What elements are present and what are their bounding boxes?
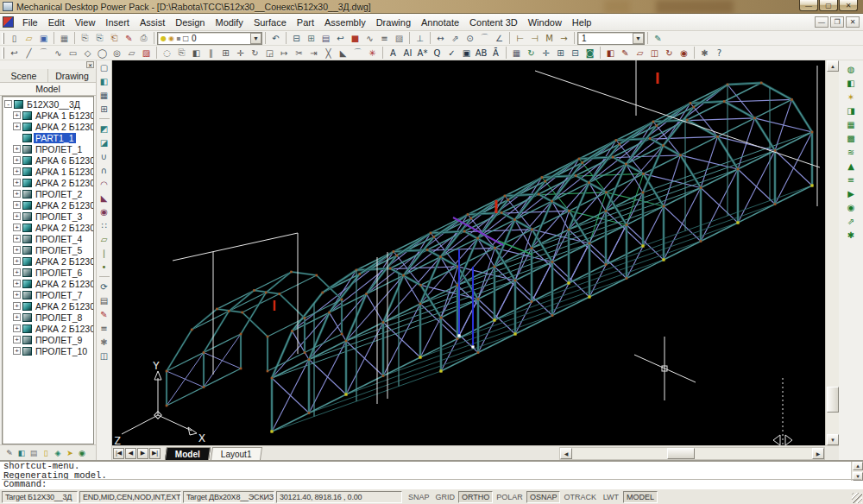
- dtext-button[interactable]: AI: [400, 47, 415, 60]
- catalog-button[interactable]: ▤: [28, 447, 40, 459]
- tree-item-arka-2-b1230-9[interactable]: + АРКА 2 Б1230_9: [4, 323, 93, 334]
- rotate-button[interactable]: ↻: [248, 47, 262, 60]
- erase-button[interactable]: ◌: [160, 47, 174, 60]
- animation-button[interactable]: ▶: [844, 186, 858, 200]
- drawing-viewport[interactable]: YXZ: [112, 60, 825, 445]
- color-control-button[interactable]: ■: [348, 32, 362, 45]
- assist-pencil-button[interactable]: ✎: [3, 447, 16, 459]
- materials-button[interactable]: ◨: [844, 104, 858, 117]
- chevron-down-icon[interactable]: ▼: [250, 33, 261, 44]
- camera-button[interactable]: ◉: [844, 200, 858, 214]
- scroll-down-button[interactable]: ▼: [827, 434, 839, 445]
- layer-manager-button[interactable]: ⊟: [289, 32, 304, 45]
- tree-item-prolet-3[interactable]: + ПРОЛЕТ_3: [4, 211, 93, 222]
- browser-toggle-button[interactable]: ◫: [98, 349, 111, 362]
- toolbar-grip[interactable]: [2, 33, 4, 44]
- drawing-canvas[interactable]: YXZ: [112, 60, 825, 445]
- drawing-view-button[interactable]: ▤: [98, 293, 111, 307]
- menu-assembly[interactable]: Assembly: [319, 15, 371, 30]
- new-part-button[interactable]: ◧: [603, 47, 618, 60]
- menu-content-3d[interactable]: Content 3D: [464, 15, 523, 30]
- scroll-up-button[interactable]: ▲: [827, 60, 839, 72]
- expander-icon[interactable]: +: [13, 302, 21, 310]
- dim-aligned-button[interactable]: ⇗: [448, 32, 463, 45]
- tree-item-part1-1[interactable]: PART1_1: [4, 132, 93, 143]
- pan-button[interactable]: ✛: [539, 47, 553, 60]
- render-view-button[interactable]: ◙: [583, 47, 597, 60]
- tree-item-prolet-7[interactable]: + ПРОЛЕТ_7: [4, 289, 93, 300]
- break-button[interactable]: ╳: [321, 47, 336, 60]
- scale-text-button[interactable]: AB: [474, 47, 488, 60]
- power-dim-button[interactable]: ⊢: [513, 32, 527, 45]
- tree-item-prolet-1[interactable]: + ПРОЛЕТ_1: [4, 143, 93, 154]
- tree-item-arka-2-b1230-4[interactable]: + АРКА 2 Б1230_4: [4, 222, 93, 233]
- plot-preview-button[interactable]: ▦: [57, 32, 72, 45]
- part-mode-button[interactable]: ◧: [16, 447, 28, 459]
- annotation-button[interactable]: ✎: [98, 307, 111, 321]
- app-icon[interactable]: [3, 2, 13, 11]
- menu-help[interactable]: Help: [567, 15, 597, 30]
- scroll-left-button[interactable]: ◀: [560, 448, 572, 459]
- tree-item-prolet-4[interactable]: + ПРОЛЕТ_4: [4, 233, 93, 244]
- chevron-down-icon[interactable]: ▼: [633, 33, 644, 44]
- expander-icon[interactable]: +: [13, 336, 21, 343]
- chamfer-3d-button[interactable]: ◣: [98, 191, 111, 205]
- menu-assist[interactable]: Assist: [135, 15, 170, 30]
- tree-item-arka-1-b1230-1[interactable]: + АРКА 1 Б1230_1: [4, 110, 93, 121]
- find-text-button[interactable]: Q: [430, 47, 444, 60]
- panel-close-button[interactable]: ✕: [86, 61, 94, 68]
- profile-button[interactable]: ▱: [633, 47, 647, 60]
- polygon-button[interactable]: ◇: [80, 47, 95, 60]
- tree-item-prolet-5[interactable]: + ПРОЛЕТ_5: [4, 244, 93, 255]
- spline-button[interactable]: ∿: [51, 47, 66, 60]
- tab-layout1[interactable]: Layout1: [211, 447, 262, 460]
- help-button[interactable]: ?: [712, 47, 727, 60]
- background-button[interactable]: ▩: [844, 131, 858, 145]
- edit-text-button[interactable]: A*: [415, 47, 430, 60]
- work-axis-button[interactable]: ∣: [98, 246, 111, 260]
- walk-button[interactable]: ⇗: [844, 214, 858, 228]
- tree-item-arka-2-b1230-3[interactable]: + АРКА 2 Б1230_3: [4, 199, 93, 211]
- part-catalog-button[interactable]: ◧: [98, 74, 111, 88]
- expander-icon[interactable]: +: [13, 246, 21, 254]
- zoom-window-button[interactable]: ⊞: [553, 47, 568, 60]
- trash-button[interactable]: ▯: [40, 447, 52, 459]
- menu-annotate[interactable]: Annotate: [416, 15, 464, 30]
- light-button[interactable]: ✶: [844, 90, 858, 104]
- horizontal-scroll-thumb[interactable]: [667, 448, 695, 459]
- ucs-button[interactable]: ⊥: [413, 32, 427, 45]
- stretch-button[interactable]: ↦: [277, 47, 292, 60]
- combine-button[interactable]: ∪: [98, 149, 111, 163]
- orbit-button[interactable]: ↻: [524, 47, 539, 60]
- command-scrollbar[interactable]: ▲ ▼: [851, 462, 863, 481]
- new-part-tool-button[interactable]: ◩: [98, 122, 111, 135]
- dim-style-button[interactable]: M: [542, 32, 557, 45]
- fillet-button[interactable]: ⌒: [350, 47, 365, 60]
- expander-icon[interactable]: +: [13, 280, 21, 287]
- tree-item-arka-2-b1230-2[interactable]: + АРКА 2 Б1230_2: [4, 177, 93, 188]
- copy-base-button[interactable]: ⎘: [92, 32, 107, 45]
- toggle-otrack[interactable]: OTRACK: [561, 491, 599, 503]
- plot-style-button[interactable]: ▨: [392, 32, 406, 45]
- bom-button[interactable]: ≡: [98, 321, 111, 335]
- update-part-button[interactable]: ⟳: [98, 280, 111, 293]
- tree-item-b12x30-3d[interactable]: - Б12X30__3Д: [4, 98, 93, 110]
- render-button[interactable]: ◍: [844, 62, 858, 76]
- tree-item-arka-2-b1230-7[interactable]: + АРКА 2 Б1230_7: [4, 278, 93, 289]
- toggle-grid[interactable]: GRID: [433, 491, 458, 503]
- paste-button[interactable]: ⎗: [107, 32, 122, 45]
- toggle-polar[interactable]: POLAR: [494, 491, 526, 503]
- statistics-button[interactable]: ≡: [844, 173, 858, 186]
- style-combobox[interactable]: 1 ▼: [577, 32, 645, 45]
- fog-button[interactable]: ≋: [844, 145, 858, 159]
- menu-design[interactable]: Design: [170, 15, 210, 30]
- tab-model-browser[interactable]: Model: [0, 83, 96, 96]
- work-plane-button[interactable]: ▱: [98, 232, 111, 246]
- expander-icon[interactable]: +: [13, 212, 21, 220]
- move-button[interactable]: ✛: [233, 47, 248, 60]
- expander-icon[interactable]: -: [4, 100, 12, 108]
- new-sketch-button[interactable]: ✎: [618, 47, 633, 60]
- tree-item-arka-6-b1230-1[interactable]: + АРКА 6 Б1230_1: [4, 154, 93, 166]
- chamfer-button[interactable]: ◣: [336, 47, 350, 60]
- text-style-button[interactable]: ▣: [459, 47, 474, 60]
